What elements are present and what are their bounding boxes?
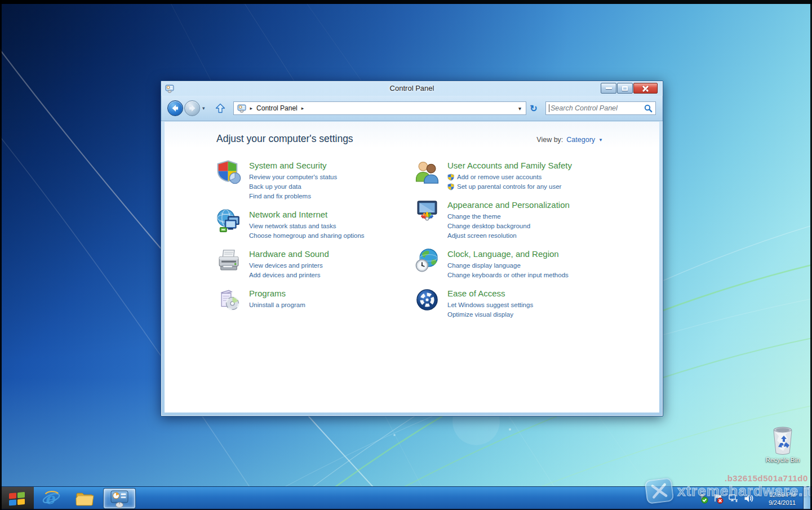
caption-buttons [601, 83, 658, 94]
clock-date: 9/24/2011 [760, 499, 796, 507]
close-icon [642, 85, 649, 92]
recycle-bin-icon [770, 425, 796, 456]
link-change-desktop-background[interactable]: Change desktop background [447, 221, 570, 231]
breadcrumb-arrow-icon[interactable]: ▸ [250, 105, 253, 111]
page-title: Adjust your computer's settings [216, 133, 353, 145]
recycle-bin[interactable]: Recycle Bin [761, 425, 805, 463]
start-button[interactable] [0, 487, 34, 510]
category-title-user-accounts[interactable]: User Accounts and Family Safety [447, 161, 572, 170]
view-by-label: View by: [536, 136, 563, 144]
link-add-devices-printers[interactable]: Add devices and printers [249, 270, 329, 280]
link-change-keyboards[interactable]: Change keyboards or other input methods [447, 270, 569, 280]
maximize-button[interactable] [617, 83, 633, 94]
maximize-icon [622, 86, 628, 91]
show-desktop-button[interactable] [803, 487, 810, 510]
category-user-accounts: User Accounts and Family Safety [415, 159, 618, 192]
taskbar-control-panel[interactable] [104, 489, 135, 508]
left-column: System and Security Review your computer… [216, 159, 415, 327]
taskbar-clock[interactable]: 12:59 PM 9/24/2011 [760, 491, 796, 507]
category-title-appearance[interactable]: Appearance and Personalization [447, 200, 570, 210]
navigation-bar: ▾ ▸ Control Panel ▸ [161, 96, 663, 121]
category-columns: System and Security Review your computer… [165, 159, 659, 327]
link-homegroup-sharing[interactable]: Choose homegroup and sharing options [249, 231, 365, 241]
appearance-personalization-icon[interactable] [415, 199, 440, 224]
link-change-display-language[interactable]: Change display language [447, 261, 569, 270]
system-tray: 12:59 PM 9/24/2011 [698, 487, 812, 510]
link-uninstall-program[interactable]: Uninstall a program [249, 300, 305, 310]
search-box[interactable] [545, 101, 656, 115]
address-bar[interactable]: ▸ Control Panel ▸ ▾ [233, 101, 526, 115]
volume-tray-icon[interactable] [743, 493, 754, 504]
link-find-fix-problems[interactable]: Find and fix problems [249, 192, 337, 201]
taskbar-file-explorer[interactable] [69, 487, 100, 510]
clock-language-region-icon[interactable] [415, 248, 440, 273]
search-icon[interactable] [644, 104, 653, 113]
minimize-icon [606, 87, 612, 89]
refresh-icon: ↻ [530, 103, 537, 114]
recent-pages-chevron[interactable]: ▾ [202, 105, 205, 111]
link-parental-controls[interactable]: Set up parental controls for any user [447, 182, 572, 192]
close-button[interactable] [633, 83, 658, 94]
refresh-button[interactable]: ↻ [526, 101, 541, 115]
forward-button[interactable] [184, 100, 200, 116]
category-ease-of-access: Ease of Access Let Windows suggest setti… [415, 287, 618, 320]
category-title-network-and-internet[interactable]: Network and Internet [249, 210, 365, 219]
link-view-network-status[interactable]: View network status and tasks [249, 221, 365, 231]
view-by-value[interactable]: Category [566, 136, 595, 144]
titlebar[interactable]: Control Panel [161, 81, 663, 96]
link-add-remove-user-accounts[interactable]: Add or remove user accounts [447, 172, 572, 182]
link-view-devices-printers[interactable]: View devices and printers [249, 261, 329, 270]
internet-explorer-icon: e [41, 489, 61, 508]
category-network-and-internet: Network and Internet View network status… [216, 209, 415, 241]
forward-arrow-icon [188, 104, 197, 113]
view-by-control: View by: Category ▼ [536, 136, 603, 144]
hardware-sound-icon[interactable] [216, 248, 241, 273]
window-content: Adjust your computer's settings View by:… [165, 122, 659, 413]
network-tray-icon[interactable] [728, 493, 739, 504]
clock-time: 12:59 PM [760, 491, 796, 499]
taskbar-internet-explorer[interactable]: e [36, 487, 67, 510]
link-change-theme[interactable]: Change the theme [447, 212, 570, 221]
programs-icon[interactable] [216, 287, 241, 312]
address-dropdown-icon[interactable]: ▾ [517, 105, 522, 112]
user-accounts-icon[interactable] [415, 159, 440, 184]
control-panel-window: Control Panel ▾ [161, 81, 663, 416]
link-adjust-screen-resolution[interactable]: Adjust screen resolution [447, 231, 570, 241]
view-by-caret-icon[interactable]: ▼ [598, 138, 603, 143]
right-column: User Accounts and Family Safety [415, 159, 618, 327]
link-optimize-visual-display[interactable]: Optimize visual display [447, 310, 533, 320]
category-system-and-security: System and Security Review your computer… [216, 159, 415, 201]
category-title-system-and-security[interactable]: System and Security [249, 161, 337, 170]
link-back-up-data[interactable]: Back up your data [249, 182, 337, 192]
windows-logo-icon [8, 491, 25, 506]
category-appearance: Appearance and Personalization Change th… [415, 199, 618, 241]
link-review-computer-status[interactable]: Review your computer's status [249, 172, 337, 182]
content-header: Adjust your computer's settings View by:… [165, 122, 659, 145]
up-arrow-icon [215, 103, 226, 114]
recycle-bin-label: Recycle Bin [761, 456, 805, 463]
address-location-icon [237, 104, 246, 113]
back-button[interactable] [167, 100, 183, 116]
category-hardware-and-sound: Hardware and Sound View devices and prin… [216, 248, 415, 280]
category-title-ease-of-access[interactable]: Ease of Access [447, 289, 533, 298]
category-title-clock-language-region[interactable]: Clock, Language, and Region [447, 249, 569, 259]
control-panel-icon [109, 489, 130, 509]
search-input[interactable] [551, 104, 644, 112]
ease-of-access-icon[interactable] [415, 287, 440, 312]
breadcrumb-arrow-icon[interactable]: ▸ [301, 105, 304, 111]
category-clock-language-region: Clock, Language, and Region Change displ… [415, 248, 618, 280]
up-button[interactable] [213, 101, 228, 116]
minimize-button[interactable] [601, 83, 616, 94]
uac-shield-icon [447, 174, 455, 181]
category-title-hardware-and-sound[interactable]: Hardware and Sound [249, 249, 329, 259]
breadcrumb-control-panel[interactable]: Control Panel [256, 104, 298, 112]
link-windows-suggest-settings[interactable]: Let Windows suggest settings [447, 300, 533, 310]
build-watermark: .b32615d501a711d0 [725, 473, 812, 483]
system-security-icon[interactable] [216, 159, 241, 184]
usb-device-tray-icon[interactable] [698, 493, 708, 504]
back-arrow-icon [171, 104, 180, 113]
category-title-programs[interactable]: Programs [249, 289, 305, 298]
taskbar: e [0, 486, 812, 510]
action-center-flag-tray-icon[interactable] [713, 493, 724, 504]
network-internet-icon[interactable] [216, 209, 241, 233]
